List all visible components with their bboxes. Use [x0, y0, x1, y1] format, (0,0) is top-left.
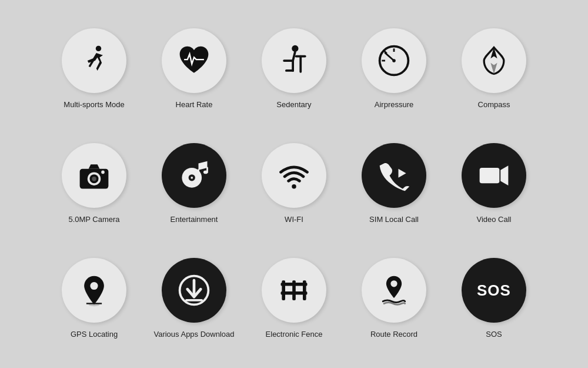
svg-rect-40 — [281, 283, 308, 286]
sedentary-icon — [276, 43, 312, 78]
camera-label: 5.0MP Camera — [68, 215, 119, 225]
gps-icon — [76, 273, 112, 308]
sos-label: SOS — [486, 330, 502, 340]
sedentary-label: Sedentary — [276, 100, 311, 110]
heartrate-icon — [176, 43, 212, 78]
svg-line-2 — [293, 52, 295, 61]
fence-icon — [276, 273, 312, 308]
apps-download-label: Various Apps Download — [153, 330, 234, 340]
svg-point-18 — [92, 177, 96, 181]
electronic-fence-label: Electronic Fence — [266, 330, 323, 340]
feature-multi-sports: Multi-sports Mode — [62, 28, 126, 110]
gps-label: GPS Locating — [71, 330, 118, 340]
svg-point-22 — [191, 177, 193, 179]
svg-point-27 — [292, 184, 296, 189]
apps-download-icon-circle — [162, 258, 226, 323]
feature-gps: GPS Locating — [62, 258, 126, 340]
feature-heart-rate: Heart Rate — [162, 28, 226, 110]
compass-icon — [476, 43, 512, 78]
multi-sports-icon-circle — [62, 28, 126, 93]
camera-icon-circle — [62, 143, 126, 208]
svg-line-12 — [385, 53, 394, 61]
music-icon — [176, 158, 212, 193]
video-call-label: Video Call — [476, 215, 511, 225]
camera-icon — [76, 158, 112, 193]
feature-electronic-fence: Electronic Fence — [262, 258, 326, 340]
features-grid: Multi-sports Mode Heart Rate — [47, 15, 541, 353]
wifi-icon-circle — [262, 143, 326, 208]
feature-wifi: WI-FI — [262, 143, 326, 225]
sim-call-icon-circle — [362, 143, 426, 208]
svg-marker-30 — [500, 165, 508, 185]
entertainment-label: Entertainment — [171, 215, 218, 225]
sos-icon-circle: SOS — [462, 258, 526, 323]
gauge-icon — [376, 43, 412, 78]
airpressure-icon-circle — [362, 28, 426, 93]
wifi-label: WI-FI — [285, 215, 303, 225]
sedentary-icon-circle — [262, 28, 326, 93]
svg-point-24 — [195, 173, 199, 176]
multi-sports-label: Multi-sports Mode — [64, 100, 124, 110]
feature-entertainment: Entertainment — [162, 143, 226, 225]
phone-icon — [376, 158, 412, 193]
video-icon — [476, 158, 512, 193]
compass-label: Compass — [478, 100, 510, 110]
gps-icon-circle — [62, 258, 126, 323]
svg-rect-29 — [480, 168, 500, 183]
feature-sedentary: Sedentary — [262, 28, 326, 110]
route-record-label: Route Record — [370, 330, 417, 340]
svg-rect-41 — [281, 291, 308, 295]
sos-text-icon: SOS — [477, 281, 511, 300]
feature-route-record: Route Record — [362, 258, 426, 340]
running-icon — [76, 43, 112, 78]
wifi-icon — [276, 158, 312, 193]
svg-point-42 — [390, 280, 397, 287]
route-record-icon-circle — [362, 258, 426, 323]
electronic-fence-icon-circle — [262, 258, 326, 323]
svg-point-19 — [101, 171, 105, 174]
feature-apps-download: Various Apps Download — [153, 258, 234, 340]
airpressure-label: Airpressure — [375, 100, 413, 110]
svg-point-31 — [90, 282, 98, 290]
video-call-icon-circle — [462, 143, 526, 208]
feature-video-call: Video Call — [462, 143, 526, 225]
feature-camera: 5.0MP Camera — [62, 143, 126, 225]
svg-point-13 — [392, 59, 396, 62]
feature-sim-call: SIM Local Call — [362, 143, 426, 225]
svg-marker-28 — [399, 169, 406, 178]
feature-compass: Compass — [462, 28, 526, 110]
svg-point-0 — [96, 46, 101, 51]
svg-point-26 — [203, 171, 208, 174]
route-icon — [376, 273, 412, 308]
feature-airpressure: Airpressure — [362, 28, 426, 110]
download-icon — [176, 273, 212, 308]
compass-icon-circle — [462, 28, 526, 93]
heart-rate-label: Heart Rate — [176, 100, 213, 110]
feature-sos: SOS SOS — [462, 258, 526, 340]
entertainment-icon-circle — [162, 143, 226, 208]
sim-call-label: SIM Local Call — [369, 215, 419, 225]
heart-rate-icon-circle — [162, 28, 226, 93]
